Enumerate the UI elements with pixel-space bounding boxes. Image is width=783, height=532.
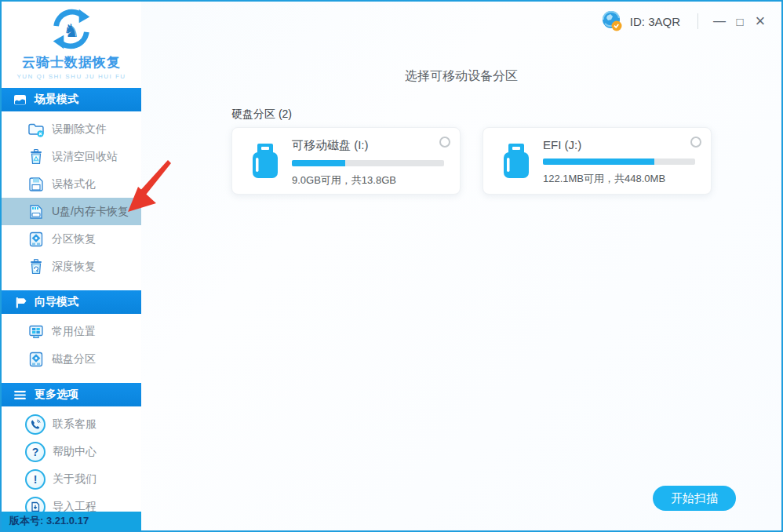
sidebar-item-label: 常用位置 [52, 325, 96, 339]
sidebar-item-deleted-files[interactable]: 误删除文件 [2, 115, 141, 143]
sidebar-item-formatted[interactable]: 误格式化 [2, 170, 141, 198]
titlebar-divider [697, 13, 698, 29]
usage-progress-track [292, 160, 444, 166]
partition-name: 可移动磁盘 (I:) [292, 138, 444, 153]
exclamation-icon: ! [25, 469, 46, 490]
format-disk-icon [27, 176, 45, 193]
section-label: 向导模式 [35, 295, 78, 309]
question-mark-icon: ? [25, 442, 46, 462]
guide-mode-items: 常用位置 磁盘分区 [2, 314, 141, 375]
section-more-options: 更多选项 [2, 383, 141, 406]
usage-progress-fill [543, 159, 654, 165]
section-label: 更多选项 [35, 388, 78, 402]
sidebar-item-label: U盘/内存卡恢复 [52, 205, 129, 219]
account-globe-icon[interactable] [600, 9, 624, 33]
partition-card-efi[interactable]: EFI (J:) 122.1MB可用，共448.0MB [483, 127, 712, 195]
sidebar-item-partition-recovery[interactable]: 分区恢复 [2, 225, 141, 253]
sidebar-item-label: 误格式化 [52, 177, 96, 191]
partition-radio[interactable] [690, 137, 701, 148]
maximize-button[interactable]: □ [730, 11, 750, 31]
sidebar-item-usb-recovery[interactable]: U盘/内存卡恢复 [2, 198, 141, 225]
partition-capacity-text: 122.1MB可用，共448.0MB [543, 172, 695, 186]
sidebar-item-contact-support[interactable]: 联系客服 [2, 410, 141, 438]
section-scene-mode: 场景模式 [2, 88, 141, 111]
app-name-pinyin: YUN QI SHI SHU JU HUI FU [2, 73, 141, 80]
version-label: 版本号: 3.21.0.17 [9, 514, 89, 528]
partition-group-label: 硬盘分区 (2) [231, 107, 292, 122]
sidebar-item-label: 帮助中心 [53, 445, 97, 459]
sidebar-item-label: 分区恢复 [52, 232, 96, 246]
hamburger-menu-icon [13, 390, 27, 400]
partition-cards: 可移动磁盘 (I:) 9.0GB可用，共13.8GB EFI (J:) [231, 127, 712, 195]
partition-name: EFI (J:) [543, 138, 695, 151]
sidebar: ♞ 云骑士数据恢复 YUN QI SHI SHU JU HUI FU 场景模式 … [2, 2, 141, 530]
sidebar-item-label: 关于我们 [53, 472, 97, 486]
page-title: 选择可移动设备分区 [141, 68, 781, 85]
section-label: 场景模式 [35, 93, 78, 107]
partition-capacity-text: 9.0GB可用，共13.8GB [292, 173, 444, 188]
deleted-files-icon [27, 121, 45, 138]
sidebar-item-recycle-bin[interactable]: 误清空回收站 [2, 143, 141, 170]
minimize-button[interactable]: — [709, 11, 730, 31]
partition-radio[interactable] [439, 137, 450, 148]
section-guide-mode: 向导模式 [2, 290, 141, 314]
close-button[interactable]: × [750, 11, 770, 31]
sidebar-item-label: 磁盘分区 [52, 352, 96, 366]
sidebar-item-label: 误清空回收站 [52, 150, 118, 164]
sidebar-item-disk-partitions[interactable]: 磁盘分区 [2, 345, 141, 373]
usage-progress-track [543, 159, 695, 165]
partition-card-body: 可移动磁盘 (I:) 9.0GB可用，共13.8GB [292, 138, 444, 188]
usage-progress-fill [292, 160, 345, 166]
disk-partitions-icon [27, 351, 45, 368]
partition-disk-icon [27, 231, 45, 248]
sidebar-item-about-us[interactable]: ! 关于我们 [2, 465, 141, 493]
usb-drive-icon [501, 142, 532, 180]
sidebar-item-label: 误删除文件 [52, 122, 107, 137]
svg-text:♞: ♞ [64, 20, 80, 41]
recycle-bin-icon [27, 148, 45, 166]
scene-mode-icon [13, 94, 27, 106]
sidebar-item-label: 深度恢复 [52, 260, 96, 274]
sidebar-item-deep-recovery[interactable]: 深度恢复 [2, 253, 141, 280]
start-scan-button[interactable]: 开始扫描 [653, 486, 736, 511]
app-window: ♞ 云骑士数据恢复 YUN QI SHI SHU JU HUI FU 场景模式 … [0, 0, 783, 532]
sidebar-item-label: 联系客服 [53, 417, 97, 432]
usb-drive-icon [249, 142, 281, 180]
scene-mode-items: 误删除文件 误清空回收站 误格式化 [2, 111, 141, 282]
partition-card-removable-disk[interactable]: 可移动磁盘 (I:) 9.0GB可用，共13.8GB [231, 127, 461, 195]
sidebar-item-help-center[interactable]: ? 帮助中心 [2, 438, 141, 465]
user-id-label: ID: 3AQR [630, 15, 680, 28]
monitor-icon [27, 323, 45, 341]
partition-card-body: EFI (J:) 122.1MB可用，共448.0MB [543, 138, 695, 186]
phone-icon [25, 414, 46, 435]
guide-mode-icon [13, 296, 27, 309]
deep-recovery-icon [27, 258, 45, 275]
app-logo: ♞ 云骑士数据恢复 YUN QI SHI SHU JU HUI FU [2, 2, 141, 88]
sidebar-item-common-locations[interactable]: 常用位置 [2, 318, 141, 345]
version-bar: 版本号: 3.21.0.17 [2, 512, 141, 530]
logo-circular-arrows-icon: ♞ [47, 6, 96, 53]
titlebar: ID: 3AQR — □ × [600, 9, 770, 33]
sd-card-icon [27, 203, 45, 220]
more-options-items: 联系客服 ? 帮助中心 ! 关于我们 导入工程 [2, 406, 141, 523]
app-name: 云骑士数据恢复 [2, 53, 141, 71]
